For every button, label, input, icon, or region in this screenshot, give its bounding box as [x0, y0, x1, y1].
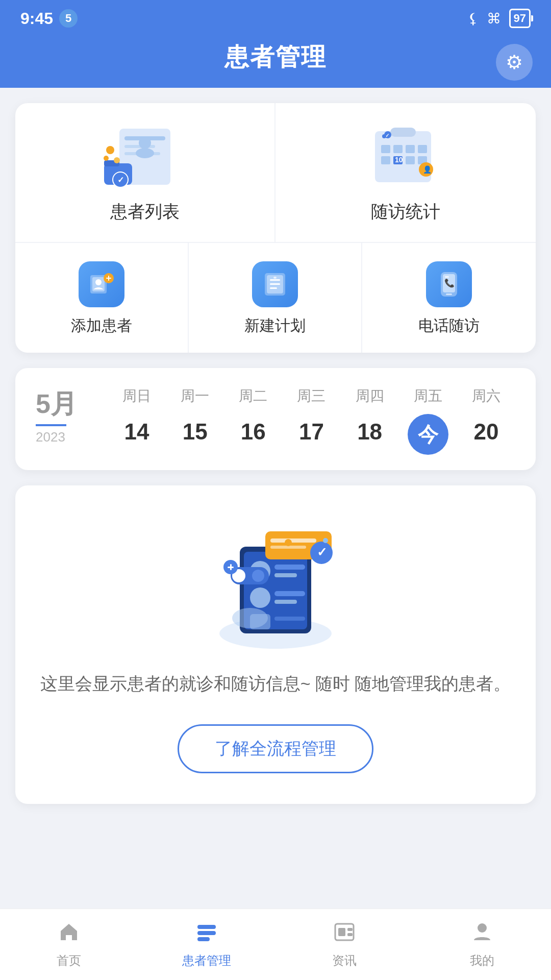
status-left: 9:45 5	[20, 9, 78, 28]
svg-rect-51	[274, 565, 305, 570]
svg-text:📞: 📞	[444, 278, 455, 288]
week-grid: 周日 周一 周二 周三 周四 周五 周六 14 15 16 17 18 今 20	[108, 386, 515, 455]
nav-home-label: 首页	[57, 952, 81, 969]
svg-rect-55	[274, 600, 297, 604]
wifi-icon: ⌘	[487, 10, 501, 27]
svg-rect-16	[381, 145, 390, 153]
new-plan-icon	[252, 261, 298, 307]
svg-text:10: 10	[395, 156, 403, 164]
month-label: 5月 2023	[36, 386, 77, 445]
svg-rect-54	[274, 591, 305, 596]
svg-point-70	[285, 539, 292, 546]
svg-point-29	[382, 134, 386, 138]
month-text: 5月	[36, 386, 77, 422]
svg-rect-53	[250, 587, 270, 608]
calendar-section: 5月 2023 周日 周一 周二 周三 周四 周五 周六 14 15 16 17…	[15, 368, 536, 470]
phone-visit-label: 电话随访	[418, 315, 480, 336]
svg-text:✓: ✓	[117, 176, 124, 184]
svg-rect-72	[197, 925, 216, 929]
svg-point-9	[139, 137, 151, 149]
date-today[interactable]: 今	[408, 414, 448, 455]
svg-point-65	[252, 570, 264, 582]
svg-rect-78	[347, 933, 353, 936]
nav-news-label: 资讯	[332, 952, 357, 969]
new-plan-label: 新建计划	[244, 315, 306, 336]
weekday-4: 周四	[341, 386, 399, 414]
svg-rect-23	[406, 156, 415, 164]
weekday-2: 周二	[224, 386, 282, 414]
svg-rect-46	[445, 276, 449, 278]
news-icon	[333, 921, 356, 948]
nav-profile-label: 我的	[470, 952, 494, 969]
date-16[interactable]: 16	[224, 414, 282, 455]
nav-item-home[interactable]: 首页	[0, 921, 138, 969]
svg-text:👤: 👤	[423, 165, 432, 174]
followup-stats-label: 随访统计	[371, 200, 440, 224]
svg-rect-44	[446, 293, 452, 295]
patient-mgmt-icon	[195, 921, 218, 948]
phone-visit-icon: 📞	[426, 261, 472, 307]
add-patient-cell[interactable]: 添加患者	[15, 243, 189, 353]
nav-item-profile[interactable]: 我的	[413, 921, 551, 969]
weekday-0: 周日	[108, 386, 166, 414]
patient-list-cell[interactable]: ✓ 患者列表	[15, 103, 276, 242]
svg-point-79	[478, 923, 487, 933]
home-icon	[58, 921, 80, 948]
weekday-1: 周一	[166, 386, 224, 414]
svg-rect-52	[274, 573, 297, 577]
page-title: 患者管理	[224, 41, 327, 74]
empty-illustration: ✓	[199, 516, 352, 649]
settings-button[interactable]: ⚙	[496, 44, 533, 81]
svg-rect-73	[197, 931, 216, 935]
status-right: ⚸ ⌘ 97	[468, 9, 531, 28]
svg-point-13	[104, 156, 109, 161]
gear-icon: ⚙	[506, 51, 523, 74]
bottom-nav: 首页 患者管理 资讯 我的	[0, 909, 551, 980]
profile-icon	[471, 921, 493, 948]
nav-item-patient[interactable]: 患者管理	[138, 921, 276, 969]
top-grid: ✓ 患者列表	[15, 103, 536, 243]
svg-rect-59	[270, 538, 316, 543]
calendar-header: 5月 2023 周日 周一 周二 周三 周四 周五 周六 14 15 16 17…	[36, 386, 515, 455]
followup-stats-icon: 10 ✓ 👤	[360, 124, 452, 190]
svg-point-12	[114, 157, 120, 163]
year-text: 2023	[36, 429, 77, 445]
weekday-3: 周三	[282, 386, 340, 414]
svg-rect-15	[390, 128, 416, 137]
bottom-grid: 添加患者 新建计划 📞	[15, 243, 536, 353]
date-14[interactable]: 14	[108, 414, 166, 455]
followup-stats-cell[interactable]: 10 ✓ 👤 随访统计	[276, 103, 536, 242]
phone-visit-cell[interactable]: 📞 电话随访	[362, 243, 536, 353]
nav-item-news[interactable]: 资讯	[276, 921, 413, 969]
weekday-5: 周五	[399, 386, 457, 414]
date-18[interactable]: 18	[341, 414, 399, 455]
svg-rect-68	[230, 564, 232, 570]
date-17[interactable]: 17	[282, 414, 340, 455]
svg-rect-20	[381, 156, 390, 164]
month-underline	[36, 424, 66, 426]
status-badge: 5	[59, 9, 78, 28]
svg-rect-76	[338, 928, 345, 936]
svg-point-32	[95, 279, 102, 285]
bluetooth-icon: ⚸	[468, 10, 479, 27]
svg-rect-17	[393, 145, 403, 153]
weekday-6: 周六	[457, 386, 515, 414]
svg-rect-77	[347, 928, 353, 931]
svg-rect-19	[418, 145, 427, 153]
date-15[interactable]: 15	[166, 414, 224, 455]
nav-patient-label: 患者管理	[182, 952, 231, 969]
empty-state-svg: ✓	[199, 516, 352, 649]
svg-rect-39	[270, 283, 280, 285]
date-20[interactable]: 20	[457, 414, 515, 455]
svg-rect-41	[273, 277, 277, 279]
svg-point-11	[106, 146, 114, 154]
svg-point-10	[136, 148, 154, 158]
svg-rect-18	[406, 145, 415, 153]
svg-rect-40	[270, 287, 277, 289]
svg-point-69	[232, 608, 268, 628]
learn-more-button[interactable]: 了解全流程管理	[178, 724, 373, 773]
svg-point-71	[323, 538, 328, 543]
new-plan-cell[interactable]: 新建计划	[189, 243, 362, 353]
app-header: 患者管理 ⚙	[0, 37, 551, 88]
svg-text:✓: ✓	[317, 545, 327, 559]
